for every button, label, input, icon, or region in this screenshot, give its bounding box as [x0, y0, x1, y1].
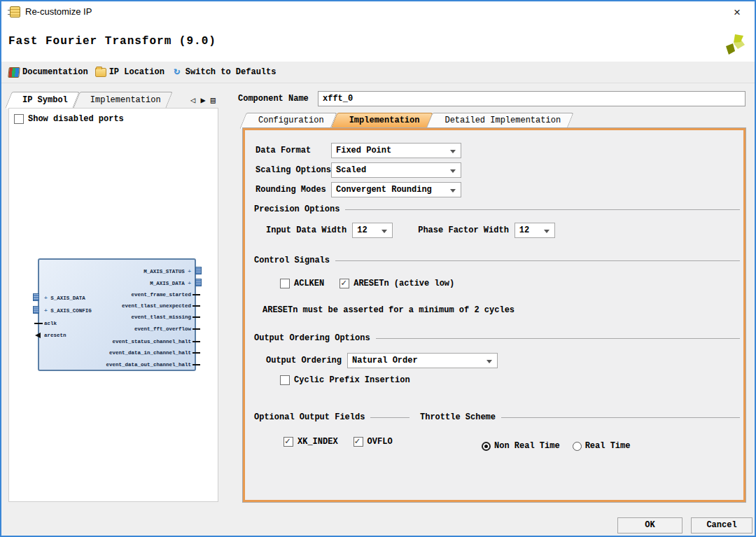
page-title: Fast Fourier Transform (9.0)	[8, 35, 216, 48]
ip-symbol-block: + S_AXIS_DATA + S_AXIS_CONFIG aclk arese…	[38, 258, 196, 371]
bus-interface-icon[interactable]	[195, 267, 202, 274]
tab-implementation-label: Implementation	[349, 116, 420, 125]
port-event-fft-overflow: event_fft_overflow	[134, 326, 191, 333]
aresetn-checkbox-row[interactable]: ARESETn (active low)	[340, 279, 454, 288]
rounding-modes-dropdown[interactable]: Convergent Rounding	[331, 182, 461, 197]
show-disabled-ports-row[interactable]: Show disabled ports	[14, 114, 124, 124]
tab-configuration[interactable]: Configuration	[243, 113, 334, 129]
tab-implementation[interactable]: Implementation	[334, 113, 430, 129]
port-aresetn: aresetn	[44, 333, 66, 339]
section-divider	[345, 209, 740, 210]
width-row: Input Data Width 12 Phase Factor Width 1…	[266, 223, 555, 238]
port-m-axis-status: M_AXIS_STATUS +	[144, 268, 191, 275]
input-data-width-dropdown[interactable]: 12	[352, 223, 393, 238]
output-ordering-header: Output Ordering Options	[254, 333, 370, 343]
toolbar: Documentation IP Location ↻ Switch to De…	[1, 62, 755, 83]
optional-output-fields-section: Optional Output Fields	[254, 412, 410, 422]
aclken-checkbox[interactable]	[280, 279, 290, 288]
show-disabled-ports-label: Show disabled ports	[28, 114, 124, 124]
expand-icon[interactable]: +	[44, 307, 48, 314]
close-icon[interactable]: ×	[729, 5, 745, 20]
phase-factor-width-dropdown[interactable]: 12	[514, 223, 555, 238]
bus-interface-icon[interactable]	[33, 293, 39, 301]
port-event-data-out-channel-halt: event_data_out_channel_halt	[106, 362, 191, 368]
port-label: M_AXIS_DATA	[150, 281, 185, 286]
real-time-label: Real Time	[585, 441, 631, 451]
folder-icon	[95, 68, 106, 77]
port-stub	[192, 305, 200, 307]
tab-ip-symbol[interactable]: IP Symbol	[8, 92, 76, 109]
xk-index-checkbox[interactable]	[284, 437, 293, 447]
ip-block-icon	[10, 6, 20, 18]
expand-icon[interactable]: +	[188, 268, 191, 274]
scaling-options-dropdown[interactable]: Scaled	[331, 162, 461, 178]
input-data-width-label: Input Data Width	[266, 225, 346, 235]
tab-detailed-implementation[interactable]: Detailed Implementation	[429, 113, 570, 129]
switch-to-defaults-button[interactable]: ↻ Switch to Defaults	[170, 65, 278, 79]
port-label: M_AXIS_STATUS	[144, 269, 185, 274]
control-signals-header: Control Signals	[254, 256, 330, 265]
throttle-scheme-section: Throttle Scheme	[420, 412, 740, 422]
left-tab-bar: IP Symbol Implementation ◁ ▶ ▤	[8, 90, 218, 109]
tab-list-icon[interactable]: ▤	[211, 95, 216, 106]
section-divider	[335, 260, 740, 261]
aresetn-checkbox[interactable]	[340, 279, 349, 288]
ip-location-button[interactable]: IP Location	[94, 66, 166, 78]
port-m-axis-data: M_AXIS_DATA +	[150, 280, 191, 287]
bus-interface-icon[interactable]	[195, 279, 202, 286]
recustomize-ip-dialog: Re-customize IP × Fast Fourier Transform…	[0, 0, 756, 537]
cancel-button[interactable]: Cancel	[691, 517, 752, 533]
xk-index-checkbox-row[interactable]: XK_INDEX	[284, 437, 338, 447]
aclken-checkbox-row[interactable]: ACLKEN	[280, 279, 324, 288]
cyclic-prefix-checkbox-row[interactable]: Cyclic Prefix Insertion	[280, 375, 410, 385]
tab-prev-icon[interactable]: ◁	[190, 95, 195, 106]
ok-button[interactable]: OK	[617, 517, 682, 533]
scaling-options-label: Scaling Options	[255, 165, 326, 175]
optional-fields-row: XK_INDEX OVFLO	[284, 437, 393, 447]
tab-implementation-left[interactable]: Implementation	[76, 92, 169, 109]
throttle-scheme-header: Throttle Scheme	[420, 412, 496, 422]
output-ordering-dropdown[interactable]: Natural Order	[347, 353, 498, 368]
port-label: S_AXIS_DATA	[50, 295, 85, 301]
cyclic-prefix-label: Cyclic Prefix Insertion	[294, 375, 410, 385]
port-stub	[34, 323, 43, 324]
port-stub	[192, 364, 200, 365]
non-real-time-radio[interactable]	[482, 442, 491, 451]
port-label: event_fft_overflow	[134, 326, 191, 332]
xk-index-label: XK_INDEX	[298, 437, 338, 447]
ovflo-checkbox-row[interactable]: OVFLO	[354, 437, 393, 447]
port-event-frame-started: event_frame_started	[131, 292, 191, 298]
expand-icon[interactable]: +	[44, 295, 48, 301]
data-format-value: Fixed Point	[336, 146, 391, 155]
port-event-tlast-missing: event_tlast_missing	[131, 314, 191, 321]
bus-interface-icon[interactable]	[33, 306, 39, 314]
expand-icon[interactable]: +	[188, 280, 191, 286]
refresh-icon: ↻	[172, 67, 183, 78]
phase-factor-width-value: 12	[519, 225, 529, 235]
rounding-modes-row: Rounding Modes Convergent Rounding	[255, 182, 461, 197]
throttle-scheme-row: Non Real Time Real Time	[482, 441, 630, 451]
port-label: S_AXIS_CONFIG	[50, 308, 92, 314]
tab-ip-symbol-label: IP Symbol	[22, 95, 68, 105]
port-s-axis-data: + S_AXIS_DATA	[44, 295, 85, 302]
cyclic-prefix-checkbox[interactable]	[280, 375, 290, 385]
data-format-dropdown[interactable]: Fixed Point	[331, 143, 461, 158]
port-stub	[192, 341, 200, 342]
show-disabled-ports-checkbox[interactable]	[14, 114, 24, 124]
component-name-input[interactable]	[318, 91, 746, 106]
real-time-radio-row[interactable]: Real Time	[573, 441, 631, 451]
port-label: aresetn	[44, 333, 66, 338]
ovflo-checkbox[interactable]	[354, 437, 363, 447]
data-format-label: Data Format	[255, 146, 326, 155]
non-real-time-radio-row[interactable]: Non Real Time	[482, 441, 560, 451]
tab-configuration-label: Configuration	[258, 116, 324, 125]
tab-next-icon[interactable]: ▶	[201, 95, 206, 106]
documentation-button[interactable]: Documentation	[7, 66, 90, 79]
output-ordering-label: Output Ordering	[266, 356, 342, 365]
port-label: event_tlast_missing	[131, 314, 191, 320]
data-format-row: Data Format Fixed Point	[255, 143, 461, 158]
real-time-radio[interactable]	[573, 442, 582, 451]
tab-nav: ◁ ▶ ▤	[190, 95, 218, 109]
port-s-axis-config: + S_AXIS_CONFIG	[44, 307, 92, 314]
input-data-width-value: 12	[357, 225, 367, 235]
